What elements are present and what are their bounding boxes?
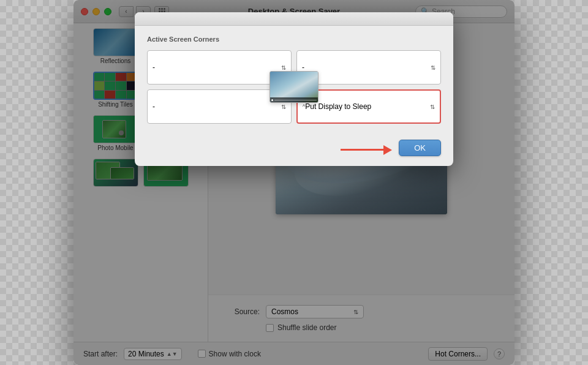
corner-br-arrows-icon: ⇅ <box>430 103 435 110</box>
modal-footer: OK <box>135 134 453 166</box>
arrow-line <box>341 149 383 151</box>
arrow-head-icon <box>383 145 392 155</box>
modal-preview-thumbnail <box>270 71 318 103</box>
corner-bl-arrows-icon: ⇅ <box>281 103 286 110</box>
ok-button[interactable]: OK <box>399 140 441 156</box>
red-arrow <box>341 145 392 155</box>
modal-body: Active Screen Corners - ⇅ - ⇅ - <box>135 26 453 134</box>
corner-tl-arrows-icon: ⇅ <box>281 64 286 71</box>
hot-corners-modal: Active Screen Corners - ⇅ - ⇅ - <box>135 12 453 166</box>
active-screen-corners-title: Active Screen Corners <box>147 36 441 43</box>
corner-tl-value: - <box>153 63 155 72</box>
corner-bl-value: - <box>153 102 155 111</box>
corner-tr-arrows-icon: ⇅ <box>431 64 435 71</box>
modal-header <box>135 12 453 26</box>
modal-preview-bar <box>270 97 318 102</box>
corner-br-value: Put Display to Sleep <box>305 102 430 111</box>
modal-overlay: Active Screen Corners - ⇅ - ⇅ - <box>74 0 514 365</box>
main-window: ‹ › Desktop & Screen Saver 🔍 Search <box>74 0 514 365</box>
corners-grid: - ⇅ - ⇅ - ⇅ ^ Pu <box>147 50 441 124</box>
corner-tr-value: - <box>302 63 304 72</box>
